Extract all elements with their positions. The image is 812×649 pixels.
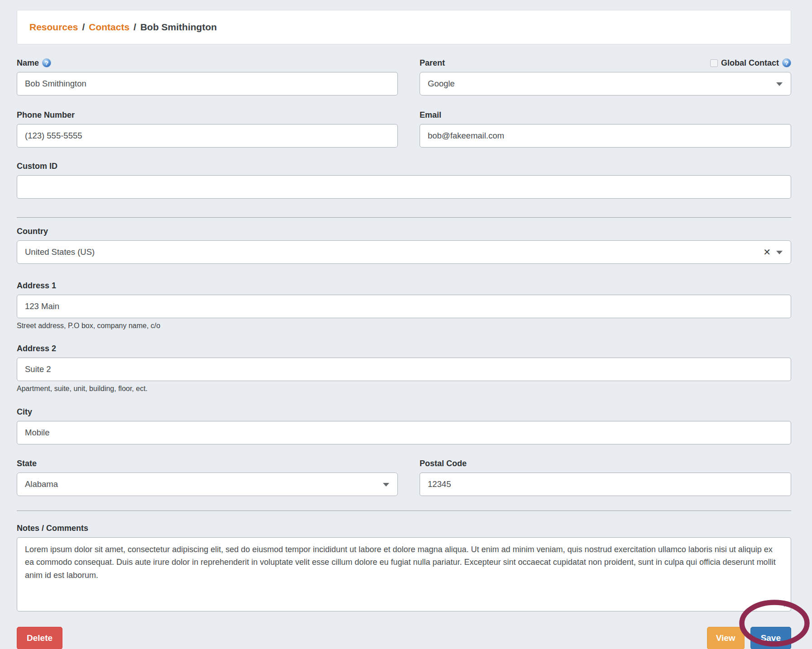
- city-label: City: [17, 407, 32, 417]
- chevron-down-icon: [383, 483, 389, 487]
- notes-label: Notes / Comments: [17, 524, 88, 533]
- address1-input[interactable]: [17, 295, 791, 318]
- name-help-icon[interactable]: ?: [42, 58, 51, 67]
- email-input[interactable]: [420, 124, 791, 148]
- custom-id-input[interactable]: [17, 175, 791, 199]
- resize-handle-icon[interactable]: [782, 601, 789, 609]
- chevron-down-icon: [776, 251, 783, 254]
- city-input[interactable]: [17, 421, 791, 444]
- contact-edit-page: Resources / Contacts / Bob Smithington N…: [0, 0, 812, 649]
- global-contact-help-icon[interactable]: ?: [782, 58, 791, 67]
- chevron-down-icon: [776, 82, 783, 86]
- postal-code-label: Postal Code: [420, 459, 467, 468]
- view-button[interactable]: View: [707, 627, 745, 649]
- state-select[interactable]: Alabama: [17, 472, 398, 496]
- section-divider: [17, 217, 791, 218]
- parent-select-value: Google: [428, 79, 455, 89]
- address2-helper-text: Apartment, suite, unit, building, floor,…: [17, 385, 791, 394]
- delete-button[interactable]: Delete: [17, 627, 62, 649]
- breadcrumb-link-resources[interactable]: Resources: [29, 22, 78, 33]
- country-select[interactable]: United States (US) ✕: [17, 240, 791, 264]
- breadcrumb-separator: /: [134, 22, 136, 33]
- state-label: State: [17, 459, 37, 468]
- address2-label: Address 2: [17, 344, 56, 353]
- postal-code-input[interactable]: [420, 472, 791, 496]
- notes-textarea[interactable]: Lorem ipsum dolor sit amet, consectetur …: [17, 537, 791, 611]
- parent-select[interactable]: Google: [420, 72, 791, 95]
- clear-icon[interactable]: ✕: [763, 248, 771, 257]
- save-button[interactable]: Save: [750, 627, 791, 649]
- custom-id-label: Custom ID: [17, 162, 57, 171]
- section-divider: [17, 511, 791, 511]
- breadcrumb-current-contact: Bob Smithington: [140, 22, 217, 33]
- name-input[interactable]: [17, 72, 398, 95]
- breadcrumb: Resources / Contacts / Bob Smithington: [17, 10, 791, 44]
- state-select-value: Alabama: [25, 479, 58, 489]
- breadcrumb-separator: /: [82, 22, 85, 33]
- phone-input[interactable]: [17, 124, 398, 148]
- address1-helper-text: Street address, P.O box, company name, c…: [17, 322, 791, 331]
- phone-label: Phone Number: [17, 110, 75, 120]
- global-contact-label: Global Contact: [721, 58, 779, 68]
- name-label: Name: [17, 58, 39, 68]
- breadcrumb-link-contacts[interactable]: Contacts: [89, 22, 129, 33]
- address2-input[interactable]: [17, 358, 791, 381]
- parent-label: Parent: [420, 58, 445, 68]
- country-select-value: United States (US): [25, 247, 95, 257]
- email-label: Email: [420, 110, 441, 120]
- address1-label: Address 1: [17, 281, 56, 291]
- global-contact-checkbox[interactable]: [710, 59, 718, 67]
- contact-form: Name ? Parent Global Contact ? Google: [17, 58, 791, 649]
- country-label: Country: [17, 227, 48, 236]
